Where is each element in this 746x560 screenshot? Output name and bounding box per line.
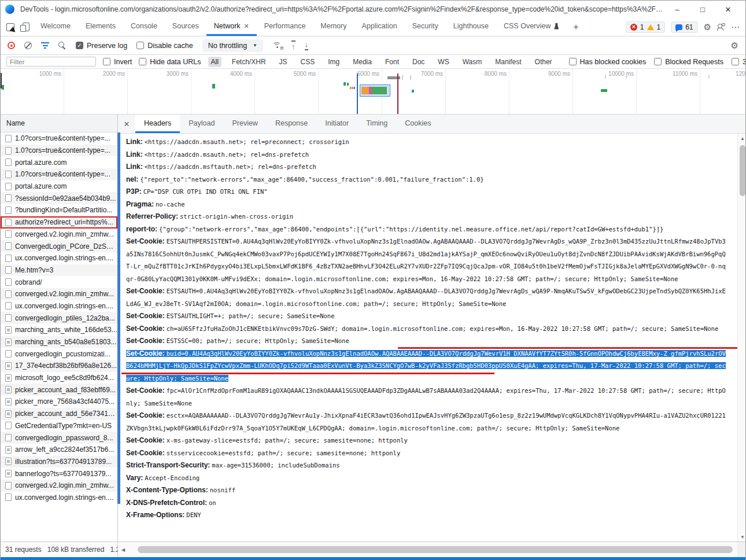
request-row[interactable]: ux.converged.login.strings-en....	[1, 300, 117, 312]
request-row[interactable]: cobrand/	[1, 276, 117, 288]
add-tab-button[interactable]: +	[566, 18, 585, 36]
resource-type-chip[interactable]: WS	[435, 57, 452, 67]
devtools-tab[interactable]: Sources ✕	[165, 18, 206, 36]
resource-type-chip[interactable]: All	[208, 57, 221, 67]
request-row[interactable]: illustration?ts=637704913789...	[1, 456, 117, 468]
request-row[interactable]: convergedlogin_ptiles_12a2ba...	[1, 312, 117, 324]
resource-type-chip[interactable]: CSS	[298, 57, 318, 67]
settings-gear-icon[interactable]: ⚙	[704, 22, 711, 32]
import-har-icon[interactable]: ↑	[291, 40, 296, 50]
devtools-tab[interactable]: Welcome ✕	[33, 18, 78, 36]
request-row[interactable]: microsoft_logo_ee5c8d9fb624...	[1, 372, 117, 384]
filter-flag-toggle[interactable]: Blocked Requests	[654, 58, 723, 66]
selected-request-waterfall-bar[interactable]	[360, 84, 390, 97]
request-row[interactable]: ConvergedLogin_PCore_DzSO...	[1, 240, 117, 252]
filter-flag-checkbox[interactable]	[732, 58, 739, 65]
request-row[interactable]: authorize?redirect_uri=https%...	[1, 216, 117, 229]
resource-type-chip[interactable]: Media	[350, 57, 375, 67]
tab-close-icon[interactable]: ✕	[244, 23, 249, 30]
request-row[interactable]: bannerlogo?ts=63770491379...	[1, 467, 117, 480]
minimize-button[interactable]: –	[664, 1, 690, 17]
devtools-tab[interactable]: Application ✕	[354, 18, 405, 36]
request-row[interactable]: picker_more_7568a43cf44075...	[1, 396, 117, 408]
filter-toggle-icon[interactable]	[41, 42, 49, 49]
request-row[interactable]: ?bundlingKind=DefaultPartitio...	[1, 204, 117, 216]
filter-flag-checkbox[interactable]	[654, 58, 662, 65]
request-row[interactable]: converged.v2.login.min_zmhw...	[1, 288, 117, 300]
resource-type-chip[interactable]: Doc	[409, 57, 427, 67]
feedback-icon[interactable]	[717, 23, 725, 31]
devtools-tab[interactable]: Memory ✕	[313, 18, 354, 36]
network-settings-gear-icon[interactable]: ⚙	[731, 40, 738, 51]
resource-type-chip[interactable]: Other	[532, 57, 555, 67]
vertical-scrollbar[interactable]: ▲ ▼	[737, 134, 746, 541]
details-tab[interactable]: Payload	[180, 115, 223, 133]
more-menu-icon[interactable]: ⋯	[731, 22, 740, 32]
request-row[interactable]: ux.converged.login.strings-en....	[1, 252, 117, 264]
request-row[interactable]: 1.0?cors=true&content-type=...	[1, 145, 117, 157]
device-toolbar-icon[interactable]	[23, 23, 29, 31]
devtools-tab[interactable]: Console ✕	[123, 18, 165, 36]
devtools-tab[interactable]: Elements ✕	[78, 18, 123, 36]
devtools-tab[interactable]: Network ✕	[206, 18, 257, 36]
filter-flag-toggle[interactable]: 3rd-party requests	[732, 58, 746, 66]
preserve-log-checkbox[interactable]: ✓	[76, 42, 83, 49]
panel-divider[interactable]	[117, 132, 120, 504]
record-button[interactable]	[8, 42, 15, 49]
scroll-down-icon[interactable]: ▼	[738, 532, 746, 541]
filter-flag-toggle[interactable]: Has blocked cookies	[569, 58, 647, 66]
scroll-left-icon[interactable]: ◀	[118, 542, 128, 557]
hide-data-urls-checkbox[interactable]	[139, 58, 146, 65]
issues-badge[interactable]: 61	[671, 21, 697, 33]
request-row[interactable]: portal.azure.com	[1, 180, 117, 193]
clear-button[interactable]	[24, 42, 32, 49]
details-tab[interactable]: Cookies	[396, 115, 440, 133]
resource-type-chip[interactable]: Wasm	[460, 57, 485, 67]
request-row[interactable]: picker_account_add_56e73414...	[1, 408, 117, 420]
request-row[interactable]: 17_37e4ecbf38b26bf96a8e126...	[1, 360, 117, 372]
request-row[interactable]: GetCredentialType?mkt=en-US	[1, 420, 117, 432]
request-row[interactable]: converged.v2.login.min_zmhw...	[1, 480, 117, 492]
request-row[interactable]: Me.htm?v=3	[1, 264, 117, 277]
details-tab[interactable]: Headers	[135, 115, 180, 133]
vertical-scrollbar-thumb[interactable]	[740, 145, 745, 196]
devtools-tab[interactable]: Lighthouse ✕	[446, 18, 496, 36]
request-row[interactable]: ux.converged.login.strings-en....	[1, 492, 117, 504]
devtools-tab[interactable]: CSS Overview ✕	[496, 18, 566, 36]
scroll-up-icon[interactable]: ▲	[738, 134, 746, 143]
invert-checkbox[interactable]	[103, 58, 110, 65]
resource-type-chip[interactable]: Manifest	[492, 57, 524, 67]
horizontal-scrollbar-thumb[interactable]	[138, 546, 733, 553]
request-row[interactable]: marching_ants_white_166de53...	[1, 324, 117, 336]
resource-type-chip[interactable]: JS	[276, 57, 290, 67]
request-row[interactable]: portal.azure.com	[1, 156, 117, 168]
filter-flag-checkbox[interactable]	[569, 58, 577, 65]
inspect-element-icon[interactable]	[6, 23, 14, 31]
search-icon[interactable]	[58, 42, 67, 50]
export-har-icon[interactable]: ↓	[305, 40, 309, 50]
request-row[interactable]: converged.v2.login.min_zmhw...	[1, 229, 117, 241]
devtools-tab[interactable]: Security ✕	[405, 18, 446, 36]
request-row[interactable]: picker_account_aad_f83ebff69...	[1, 384, 117, 396]
hide-data-urls-toggle[interactable]: Hide data URLs	[139, 58, 201, 66]
preserve-log-toggle[interactable]: ✓ Preserve log	[76, 42, 127, 50]
request-row[interactable]: ?sessionId=0e92aae54b034b9...	[1, 192, 117, 204]
details-tab[interactable]: Response	[267, 115, 316, 133]
request-row[interactable]: convergedlogin_pcustomizati...	[1, 348, 117, 360]
errors-warnings-badge[interactable]: ✕ 1 1	[626, 21, 665, 33]
throttling-select[interactable]: No throttling ▼	[202, 39, 263, 52]
details-tab[interactable]: Timing	[357, 115, 396, 133]
request-row[interactable]: marching_ants_b540a8e51803...	[1, 336, 117, 348]
name-column-header[interactable]: Name	[1, 115, 117, 132]
resource-type-chip[interactable]: Fetch/XHR	[229, 57, 269, 67]
details-tab[interactable]: Preview	[223, 115, 266, 133]
resource-type-chip[interactable]: Img	[325, 57, 342, 67]
details-close-icon[interactable]: ✕	[118, 115, 135, 133]
network-conditions-icon[interactable]: ⚙	[272, 42, 282, 49]
disable-cache-toggle[interactable]: Disable cache	[136, 42, 193, 50]
request-row[interactable]: 1.0?cors=true&content-type=...	[1, 168, 117, 180]
details-tab[interactable]: Initiator	[316, 115, 357, 133]
request-row[interactable]: 1.0?cors=true&content-type=...	[1, 132, 117, 145]
resource-type-chip[interactable]: Font	[382, 57, 402, 67]
disable-cache-checkbox[interactable]	[136, 42, 144, 49]
